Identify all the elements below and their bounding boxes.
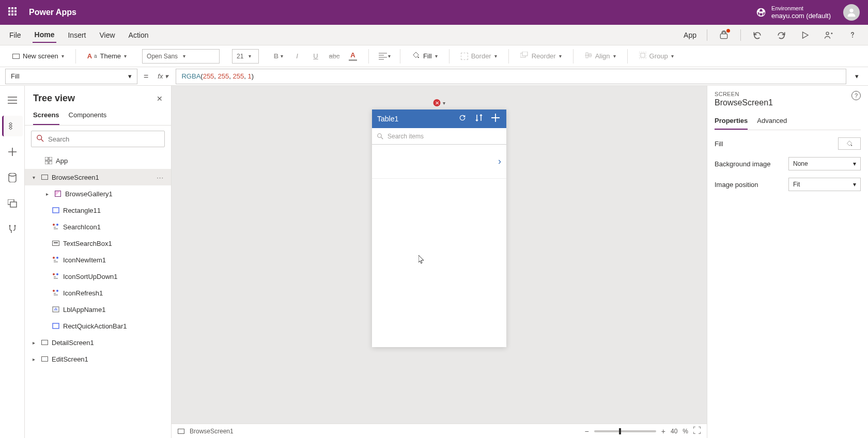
share-icon[interactable]	[820, 27, 837, 43]
preview-list-item[interactable]: ›	[372, 145, 506, 179]
rail-insert-icon[interactable]	[2, 142, 23, 162]
rail-tree-view-icon[interactable]	[2, 116, 23, 136]
fill-button[interactable]: Fill ▾	[409, 49, 441, 63]
font-color-icon[interactable]: A	[346, 49, 360, 64]
underline-icon[interactable]: U	[308, 49, 323, 64]
rail-advanced-tools-icon[interactable]	[2, 219, 23, 240]
error-indicator[interactable]: ✕ ▾	[433, 99, 445, 106]
tree-node-editscreen[interactable]: ▸ EditScreen1	[25, 351, 171, 367]
prop-bg-image-label: Background image	[715, 160, 770, 168]
prop-bg-image-select[interactable]: None▾	[788, 157, 861, 170]
menu-home[interactable]: Home	[33, 27, 57, 43]
undo-icon[interactable]	[749, 27, 766, 43]
zoom-out-button[interactable]: −	[585, 427, 589, 435]
tree-node-detailscreen[interactable]: ▸ DetailScreen1	[25, 334, 171, 351]
phone-preview[interactable]: Table1 Search items ›	[372, 110, 506, 347]
property-selector[interactable]: Fill ▾	[5, 69, 137, 84]
fx-button[interactable]: fx ▾	[154, 72, 172, 80]
chevron-down-icon[interactable]: ▾	[443, 100, 445, 106]
rail-media-icon[interactable]	[2, 193, 23, 214]
reorder-button[interactable]: Reorder ▾	[517, 50, 565, 62]
design-canvas[interactable]: ✕ ▾ Table1 Sear	[172, 86, 707, 424]
caret-down-icon[interactable]: ▾	[30, 175, 37, 180]
tree-node-rectangle[interactable]: Rectangle11	[25, 202, 171, 218]
environment-picker[interactable]: Environment enayu.com (default)	[756, 5, 831, 20]
prop-fill-swatch[interactable]	[838, 137, 861, 150]
svg-point-26	[56, 273, 58, 275]
rail-data-icon[interactable]	[2, 167, 23, 188]
app-checker-icon[interactable]	[716, 27, 732, 43]
italic-icon[interactable]: I	[290, 49, 304, 64]
svg-rect-16	[45, 157, 48, 160]
preview-search[interactable]: Search items	[372, 128, 506, 145]
label-icon	[52, 305, 60, 314]
font-family-select[interactable]: Open Sans▾	[142, 49, 220, 64]
redo-icon[interactable]	[773, 27, 789, 43]
bold-icon[interactable]: B▾	[271, 49, 286, 64]
tree-node-searchicon[interactable]: SearchIcon1	[25, 218, 171, 235]
menu-insert[interactable]: Insert	[66, 28, 88, 42]
group-button[interactable]: Group ▾	[636, 50, 677, 62]
menu-file[interactable]: File	[7, 28, 23, 42]
svg-rect-20	[53, 208, 59, 213]
formula-input[interactable]: RGBA(255, 255, 255, 1)	[176, 69, 846, 84]
tab-properties[interactable]: Properties	[715, 114, 748, 130]
sort-icon[interactable]	[473, 114, 485, 124]
preview-icon[interactable]	[797, 27, 813, 43]
app-launcher-icon[interactable]	[8, 7, 19, 18]
caret-right-icon[interactable]: ▸	[43, 191, 51, 197]
zoom-unit: %	[683, 428, 688, 435]
prop-image-position-select[interactable]: Fit▾	[788, 178, 861, 191]
menu-app[interactable]: App	[681, 28, 699, 42]
formula-expand-icon[interactable]: ▾	[850, 72, 863, 80]
font-size-select[interactable]: 21▾	[232, 49, 259, 64]
more-icon[interactable]: ···	[153, 174, 167, 181]
menu-action[interactable]: Action	[127, 28, 151, 42]
caret-right-icon[interactable]: ▸	[30, 356, 37, 362]
close-panel-icon[interactable]: ✕	[157, 95, 163, 103]
left-rail	[0, 86, 25, 438]
help-icon[interactable]	[844, 27, 861, 43]
refresh-icon[interactable]	[457, 114, 468, 124]
tab-advanced[interactable]: Advanced	[757, 114, 787, 130]
theme-button[interactable]: Aa Theme ▾	[84, 50, 130, 62]
tree-node-app[interactable]: App	[25, 152, 171, 169]
svg-rect-18	[45, 161, 48, 164]
tree-node-iconsortupdown[interactable]: IconSortUpDown1	[25, 268, 171, 285]
tree-view-title: Tree view	[33, 93, 75, 104]
main-area: Tree view ✕ Screens Components App ▾ Bro…	[0, 86, 868, 438]
fit-to-window-icon[interactable]	[693, 427, 701, 435]
border-button[interactable]: Border ▾	[458, 50, 500, 62]
chevron-right-icon: ›	[498, 156, 501, 167]
align-objects-button[interactable]: Align ▾	[582, 50, 619, 62]
tree-search[interactable]	[31, 131, 165, 147]
svg-point-15	[37, 135, 42, 139]
user-avatar[interactable]	[843, 4, 860, 21]
strikethrough-icon[interactable]: abc	[327, 49, 342, 64]
tree-node-browsescreen[interactable]: ▾ BrowseScreen1 ···	[25, 169, 171, 185]
new-screen-button[interactable]: New screen ▾	[9, 50, 67, 62]
tree-node-iconnewitem[interactable]: IconNewItem1	[25, 252, 171, 268]
rail-hamburger-icon[interactable]	[2, 90, 23, 111]
tree-node-textsearchbox[interactable]: TextSearchBox1	[25, 235, 171, 252]
tree-node-gallery[interactable]: ▸ BrowseGallery1	[25, 185, 171, 202]
tab-screens[interactable]: Screens	[33, 108, 59, 125]
zoom-in-button[interactable]: +	[661, 427, 665, 435]
svg-rect-19	[49, 161, 52, 164]
menu-view[interactable]: View	[97, 28, 117, 42]
tab-components[interactable]: Components	[69, 108, 107, 125]
add-icon[interactable]	[490, 114, 501, 124]
align-icon[interactable]: ▾	[377, 49, 392, 64]
svg-point-13	[9, 225, 10, 227]
help-icon[interactable]: ?	[851, 91, 861, 100]
shape-icon	[52, 322, 60, 330]
caret-right-icon[interactable]: ▸	[30, 340, 37, 346]
svg-point-14	[14, 225, 16, 227]
zoom-slider[interactable]	[594, 430, 656, 432]
tree-node-rectquickactionbar[interactable]: RectQuickActionBar1	[25, 318, 171, 334]
svg-point-23	[53, 257, 55, 259]
tree-node-iconrefresh[interactable]: IconRefresh1	[25, 285, 171, 301]
tree-node-lblappname[interactable]: LblAppName1	[25, 301, 171, 318]
tree-search-input[interactable]	[48, 135, 159, 143]
properties-panel: SCREEN BrowseScreen1 ? Properties Advanc…	[707, 86, 868, 438]
